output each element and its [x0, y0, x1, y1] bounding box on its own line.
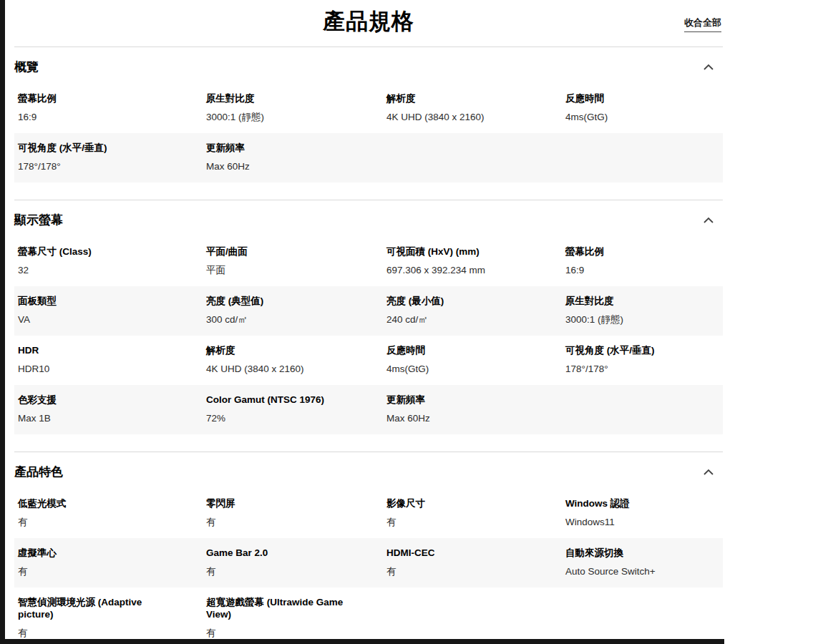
spec-value: 72%: [206, 412, 344, 424]
spec-value: Max 60Hz: [206, 160, 344, 172]
spec-value: Max 1B: [18, 412, 163, 424]
spec-label: 色彩支援: [18, 394, 163, 406]
spec-cell: Color Gamut (NTSC 1976)72%: [203, 385, 383, 434]
spec-label: 亮度 (最小值): [386, 295, 522, 307]
spec-value: 178°/178°: [565, 363, 683, 375]
spec-cell: 超寬遊戲螢幕 (Ultrawide Game View)有: [203, 587, 383, 644]
spec-label: 虛擬準心: [18, 547, 163, 559]
spec-cell: 原生對比度3000:1 (靜態): [562, 286, 723, 336]
spec-cell: HDMI-CEC有: [383, 538, 562, 587]
spec-value: 有: [386, 565, 522, 577]
spec-cell: HDRHDR10: [14, 336, 203, 385]
spec-row: 低藍光模式有零閃屏有影像尺寸有Windows 認證Windows11: [14, 489, 723, 538]
spec-cell: 螢幕比例16:9: [562, 237, 723, 286]
spec-cell: 解析度4K UHD (3840 x 2160): [203, 336, 383, 385]
spec-value: 178°/178°: [18, 160, 163, 172]
spec-cell: 更新頻率Max 60Hz: [383, 385, 562, 434]
collapse-all-link[interactable]: 收合全部: [684, 16, 721, 32]
spec-label: 零閃屏: [206, 497, 344, 509]
spec-label: 螢幕比例: [565, 245, 683, 258]
spec-label: 反應時間: [565, 92, 683, 104]
spec-cell: 螢幕尺寸 (Class)32: [14, 237, 203, 286]
spec-cell: 原生對比度3000:1 (靜態): [203, 84, 383, 133]
page-title: 產品規格: [14, 0, 723, 36]
spec-page: 產品規格 收合全部 概覽螢幕比例16:9原生對比度3000:1 (靜態)解析度4…: [14, 0, 723, 644]
spec-label: 更新頻率: [206, 142, 344, 154]
spec-cell: Game Bar 2.0有: [203, 538, 383, 587]
spec-label: 原生對比度: [206, 92, 344, 104]
section-toggle-button[interactable]: [700, 213, 717, 228]
spec-label: 反應時間: [386, 344, 522, 356]
spec-value: 4K UHD (3840 x 2160): [386, 111, 522, 123]
spec-cell: 亮度 (典型值)300 cd/㎡: [203, 286, 383, 336]
spec-value: HDR10: [18, 363, 163, 375]
spec-cell: 可視面積 (HxV) (mm)697.306 x 392.234 mm: [383, 237, 562, 286]
spec-cell: 影像尺寸有: [383, 489, 562, 538]
spec-label: 自動來源切換: [565, 547, 683, 559]
spec-value: 300 cd/㎡: [206, 313, 344, 326]
spec-row: 色彩支援Max 1BColor Gamut (NTSC 1976)72%更新頻率…: [14, 385, 723, 434]
spec-cell: 色彩支援Max 1B: [14, 385, 203, 434]
spec-label: 螢幕比例: [18, 92, 163, 104]
spec-cell: 解析度4K UHD (3840 x 2160): [383, 84, 562, 133]
spec-value: 16:9: [565, 264, 683, 276]
spec-label: 可視角度 (水平/垂直): [18, 142, 163, 154]
spec-value: 16:9: [18, 111, 163, 123]
section-title: 概覽: [14, 59, 39, 75]
spec-row: 可視角度 (水平/垂直)178°/178°更新頻率Max 60Hz: [14, 133, 723, 182]
spec-label: 可視面積 (HxV) (mm): [386, 245, 522, 258]
screen-edge-bottom: [5, 639, 724, 644]
spec-value: Auto Source Switch+: [565, 565, 683, 577]
spec-label: 更新頻率: [386, 394, 522, 406]
spec-value: 平面: [206, 264, 344, 276]
spec-value: 4ms(GtG): [565, 111, 683, 123]
section-header: 顯示螢幕: [14, 200, 723, 237]
spec-row: 智慧偵測環境光源 (Adaptive picture)有超寬遊戲螢幕 (Ultr…: [14, 587, 723, 644]
spec-label: 解析度: [206, 344, 344, 356]
spec-cell: Windows 認證Windows11: [562, 489, 723, 538]
spec-cell: 亮度 (最小值)240 cd/㎡: [383, 286, 562, 336]
spec-row: 螢幕比例16:9原生對比度3000:1 (靜態)解析度4K UHD (3840 …: [14, 84, 723, 133]
spec-label: 超寬遊戲螢幕 (Ultrawide Game View): [206, 596, 344, 620]
spec-value: Windows11: [565, 516, 683, 528]
spec-cell: 零閃屏有: [203, 489, 383, 538]
chevron-up-icon: [703, 62, 714, 72]
chevron-up-icon: [703, 467, 714, 477]
section-title: 顯示螢幕: [14, 212, 63, 228]
spec-cell: 更新頻率Max 60Hz: [203, 133, 383, 182]
spec-label: 平面/曲面: [206, 245, 344, 258]
spec-label: Game Bar 2.0: [206, 547, 344, 559]
spec-label: 智慧偵測環境光源 (Adaptive picture): [18, 596, 163, 620]
spec-value: 有: [18, 565, 163, 577]
spec-label: HDR: [18, 344, 163, 356]
spec-label: HDMI-CEC: [386, 547, 522, 559]
spec-section: 產品特色低藍光模式有零閃屏有影像尺寸有Windows 認證Windows11虛擬…: [14, 452, 723, 644]
spec-cell: 反應時間4ms(GtG): [562, 84, 723, 133]
screen-edge-left: [0, 0, 5, 644]
spec-value: 3000:1 (靜態): [206, 111, 344, 123]
section-toggle-button[interactable]: [700, 464, 717, 479]
spec-value: 有: [206, 565, 344, 577]
spec-cell: 反應時間4ms(GtG): [383, 336, 562, 385]
section-header: 產品特色: [14, 452, 723, 489]
spec-label: 原生對比度: [565, 295, 683, 307]
spec-section: 概覽螢幕比例16:9原生對比度3000:1 (靜態)解析度4K UHD (384…: [14, 47, 723, 182]
spec-label: 可視角度 (水平/垂直): [565, 344, 683, 356]
spec-value: 240 cd/㎡: [386, 313, 522, 326]
spec-cell: 可視角度 (水平/垂直)178°/178°: [562, 336, 723, 385]
spec-row: HDRHDR10解析度4K UHD (3840 x 2160)反應時間4ms(G…: [14, 336, 723, 385]
spec-value: 有: [206, 516, 344, 528]
spec-row: 螢幕尺寸 (Class)32平面/曲面平面可視面積 (HxV) (mm)697.…: [14, 237, 723, 286]
spec-cell: 平面/曲面平面: [203, 237, 383, 286]
section-toggle-button[interactable]: [700, 59, 717, 74]
section-title: 產品特色: [14, 464, 63, 480]
spec-value: 3000:1 (靜態): [565, 313, 683, 326]
spec-label: Color Gamut (NTSC 1976): [206, 394, 344, 406]
spec-cell: 螢幕比例16:9: [14, 84, 203, 133]
spec-label: 亮度 (典型值): [206, 295, 344, 307]
spec-cell: 低藍光模式有: [14, 489, 203, 538]
spec-value: 4ms(GtG): [386, 363, 522, 375]
spec-row: 面板類型VA亮度 (典型值)300 cd/㎡亮度 (最小值)240 cd/㎡原生…: [14, 286, 723, 336]
spec-value: 有: [206, 627, 344, 639]
chevron-up-icon: [703, 215, 714, 225]
